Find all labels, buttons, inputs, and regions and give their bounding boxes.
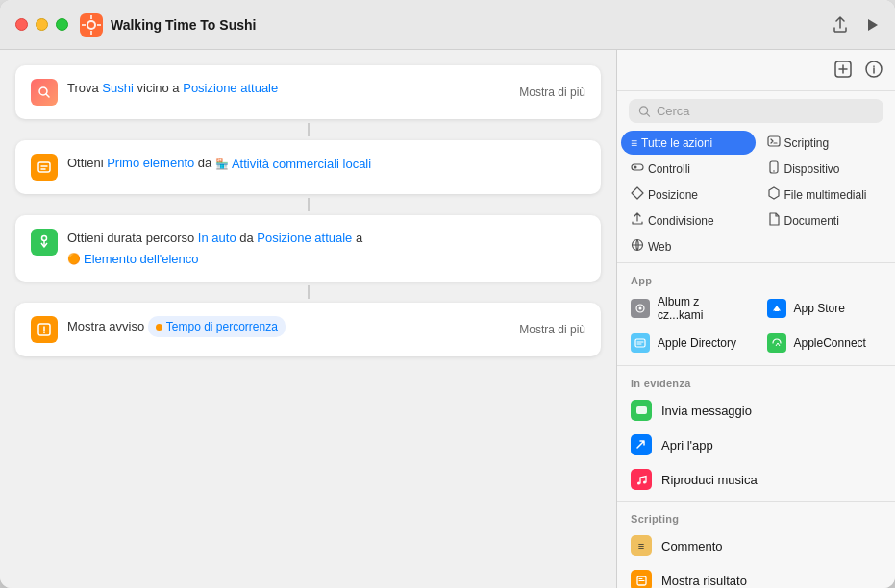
route-dest-icon: 🟠 <box>67 251 81 267</box>
share-button[interactable] <box>832 16 849 34</box>
share-icon <box>631 212 644 229</box>
app-store-label: App Store <box>794 302 845 315</box>
info-button[interactable] <box>864 60 883 83</box>
panel-scroll[interactable]: App Album z cz...kami App Store <box>617 267 895 588</box>
category-location[interactable]: Posizione <box>621 183 756 207</box>
find-keyword[interactable]: Sushi <box>102 81 134 95</box>
categories-grid: ≡ Tutte le azioni Scripting Controlli <box>617 131 895 258</box>
comment-icon: ≡ <box>631 535 652 556</box>
app-appleconnect-icon <box>767 333 786 353</box>
category-share[interactable]: Condivisione <box>621 208 756 233</box>
play-music-icon <box>631 469 652 490</box>
window-title: Walking Time To Sushi <box>111 17 832 33</box>
app-section-header: App <box>617 267 895 290</box>
workflow-canvas[interactable]: Trova Sushi vicino a Posizione attuale M… <box>0 50 616 588</box>
featured-play-music[interactable]: Riproduci musica <box>617 462 895 497</box>
divider-1 <box>617 262 895 263</box>
svg-point-24 <box>637 481 640 484</box>
panel-header-icons <box>833 60 883 83</box>
featured-open-app[interactable]: Apri l'app <box>617 428 895 462</box>
find-middle: vicino a <box>137 81 184 95</box>
variable-dot <box>156 324 162 331</box>
svg-point-25 <box>643 480 646 483</box>
category-controls-label: Controlli <box>648 162 690 176</box>
action-get[interactable]: Ottieni Primo elemento da 🏪 Attività com… <box>15 140 601 194</box>
app-album-label: Album z cz...kami <box>658 295 746 322</box>
actions-panel: ≡ Tutte le azioni Scripting Controlli <box>616 50 895 588</box>
traffic-lights <box>15 18 68 31</box>
action-find[interactable]: Trova Sushi vicino a Posizione attuale M… <box>15 65 601 119</box>
controls-icon <box>631 160 644 177</box>
alert-variable[interactable]: Tempo di percorrenza <box>148 316 286 337</box>
action-route-icon <box>31 229 58 256</box>
app-apple-dir[interactable]: Apple Directory <box>621 329 756 357</box>
category-media[interactable]: File multimediali <box>758 183 892 207</box>
find-more[interactable]: Mostra di più <box>519 86 585 99</box>
divider-2 <box>617 365 895 366</box>
scripting-section-header: Scripting <box>617 505 895 528</box>
find-location[interactable]: Posizione attuale <box>183 81 278 95</box>
get-prefix: Ottieni <box>67 156 107 170</box>
category-scripting[interactable]: Scripting <box>758 131 892 155</box>
close-button[interactable] <box>15 18 28 31</box>
maximize-button[interactable] <box>56 18 68 31</box>
featured-open-app-label: Apri l'app <box>661 438 713 453</box>
scripting-comment[interactable]: ≡ Commento <box>617 528 895 563</box>
category-scripting-label: Scripting <box>784 136 830 150</box>
main-content: Trova Sushi vicino a Posizione attuale M… <box>0 50 895 588</box>
app-window: Walking Time To Sushi <box>0 0 895 588</box>
route-mode[interactable]: In auto <box>198 231 236 245</box>
connector-1 <box>308 123 310 136</box>
route-prefix: Ottieni durata percorso <box>67 231 198 245</box>
action-alert-icon <box>31 316 58 343</box>
category-location-label: Posizione <box>648 188 698 202</box>
search-bar[interactable] <box>629 99 883 123</box>
category-web[interactable]: Web <box>621 234 756 258</box>
app-appleconnect[interactable]: AppleConnect <box>758 329 892 357</box>
add-to-quick-access-button[interactable] <box>833 60 853 83</box>
svg-point-18 <box>773 170 775 172</box>
connector-3 <box>308 285 310 299</box>
category-all-label: Tutte le azioni <box>641 136 712 150</box>
category-device[interactable]: Dispositivo <box>758 157 892 181</box>
featured-send-message-label: Invia messaggio <box>661 404 752 418</box>
svg-rect-14 <box>768 136 780 146</box>
route-dest[interactable]: Elemento dell'elenco <box>84 250 199 269</box>
app-store[interactable]: App Store <box>758 290 892 327</box>
search-input[interactable] <box>657 104 874 118</box>
device-icon <box>767 160 781 177</box>
app-album[interactable]: Album z cz...kami <box>621 290 756 327</box>
minimize-button[interactable] <box>36 18 48 31</box>
route-origin[interactable]: Posizione attuale <box>257 231 352 245</box>
scripting-show-result[interactable]: Mostra risultato <box>617 563 895 588</box>
category-all-icon: ≡ <box>631 136 637 150</box>
svg-point-21 <box>639 307 642 310</box>
get-item[interactable]: Primo elemento <box>107 156 194 170</box>
category-documents-label: Documenti <box>784 214 839 228</box>
connector-2 <box>308 198 310 211</box>
category-media-label: File multimediali <box>784 188 867 202</box>
web-icon <box>631 238 644 255</box>
get-source[interactable]: Attività commerciali locali <box>232 155 371 174</box>
panel-header <box>617 50 895 91</box>
action-route[interactable]: Ottieni durata percorso In auto da Posiz… <box>15 215 601 282</box>
alert-more[interactable]: Mostra di più <box>519 323 585 336</box>
open-app-icon <box>631 434 652 455</box>
action-alert[interactable]: Mostra avviso Tempo di percorrenza Mostr… <box>15 303 601 356</box>
featured-send-message[interactable]: Invia messaggio <box>617 393 895 428</box>
scripting-icon <box>767 135 781 151</box>
divider-3 <box>617 501 895 502</box>
scripting-comment-label: Commento <box>661 539 723 553</box>
action-get-icon <box>31 154 58 181</box>
svg-rect-23 <box>636 406 647 414</box>
location-icon <box>631 186 644 203</box>
category-documents[interactable]: Documenti <box>758 208 892 233</box>
category-controls[interactable]: Controlli <box>621 157 756 181</box>
play-button[interactable] <box>864 17 880 33</box>
app-appleconnect-label: AppleConnect <box>794 336 866 350</box>
send-message-icon <box>631 400 652 421</box>
category-all[interactable]: ≡ Tutte le azioni <box>621 131 756 155</box>
app-apple-dir-icon <box>631 333 650 353</box>
action-find-body: Trova Sushi vicino a Posizione attuale <box>67 79 585 98</box>
app-store-icon <box>767 299 786 318</box>
